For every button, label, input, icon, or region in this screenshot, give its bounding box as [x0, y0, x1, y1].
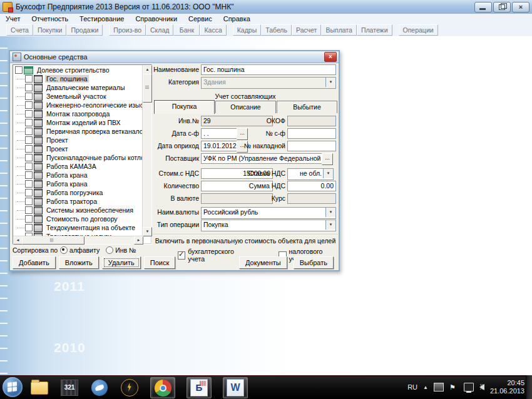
chrome-icon[interactable] [150, 377, 175, 398]
receipt-date-input[interactable]: 19.01.2012 [201, 141, 238, 151]
scroll-left-icon[interactable]: ◄ [13, 236, 23, 245]
checkbox[interactable] [25, 163, 33, 170]
tree-item[interactable]: Первичная проверка ветканалов [14, 127, 143, 136]
checkbox[interactable] [25, 206, 33, 214]
tab[interactable]: Покупка [154, 100, 215, 114]
toolbar-button[interactable]: Кадры [233, 24, 261, 36]
tree-item[interactable]: Проект [14, 136, 143, 144]
chevron-down-icon[interactable]: ▼ [325, 208, 335, 217]
menu-item[interactable]: Справка [218, 15, 256, 23]
toolbar-button[interactable]: Касса [200, 24, 226, 36]
name-input[interactable]: Гос. пошлина [201, 64, 336, 75]
checkbox[interactable] [15, 66, 23, 74]
sort-radio[interactable]: Инв № [106, 246, 136, 254]
explorer-icon[interactable] [30, 378, 49, 397]
dialog-action-button[interactable]: Документы [239, 256, 287, 269]
tray-expand-icon[interactable]: ▲ [423, 385, 428, 390]
show-desktop-button[interactable] [526, 375, 532, 399]
tree-item[interactable]: Гос. пошлина [14, 74, 143, 83]
tree-item[interactable]: Земельный участок [14, 92, 143, 101]
toolbar-button[interactable]: Операции [399, 24, 438, 36]
menu-item[interactable]: Сервис [183, 15, 218, 23]
checkbox[interactable] [25, 171, 33, 179]
toolbar-button[interactable]: Произ-во [109, 24, 146, 36]
toolbar-button[interactable]: Табель [261, 24, 292, 36]
toolbar-button[interactable]: Расчет [292, 24, 321, 36]
scroll-down-icon[interactable]: ▼ [143, 227, 152, 236]
invoice-num-input[interactable] [287, 128, 336, 139]
horizontal-scrollbar[interactable]: ◄ ► [13, 236, 143, 244]
category-select[interactable]: Здания▼ [201, 77, 336, 89]
tree-item[interactable]: Монтаж газопровода [14, 109, 143, 118]
clock[interactable]: 20:45 21.06.2013 [490, 379, 524, 395]
action-center-flag-icon[interactable]: ⚑ [449, 383, 458, 391]
toolbar-button[interactable]: Банк [173, 24, 200, 36]
tree-item[interactable]: Монтаж изделий из ПВХ [14, 118, 143, 127]
tree-item[interactable]: Работа крана [14, 179, 143, 188]
toolbar-button[interactable]: Склад [146, 24, 173, 36]
tab[interactable]: Описание [215, 101, 276, 113]
tree-action-button[interactable]: Удалить [102, 256, 141, 269]
invoice-date-input[interactable]: . . [201, 128, 238, 139]
minimize-button[interactable] [474, 2, 492, 13]
tab[interactable]: Выбытие [277, 101, 337, 113]
volume-icon[interactable] [479, 384, 484, 390]
start-button[interactable] [3, 377, 23, 397]
horizontal-scroll-thumb[interactable] [22, 236, 84, 245]
toolbar-button[interactable]: Платежи [357, 24, 392, 36]
checkbox[interactable] [25, 84, 33, 91]
tree-item[interactable]: Инженерно-геологические изыск [14, 101, 143, 109]
tree-item[interactable]: Стоимость по договору [14, 215, 143, 223]
close-button[interactable]: × [512, 2, 529, 13]
scroll-up-icon[interactable]: ▲ [143, 65, 152, 74]
tree-item[interactable]: Работа погрузчика [14, 188, 143, 197]
checkbox[interactable] [25, 93, 33, 100]
checkbox[interactable] [25, 224, 33, 231]
word-icon[interactable]: W [223, 377, 248, 398]
nds-sum-input[interactable]: 0.00 [287, 181, 336, 191]
tree-item[interactable]: Системы жизнеобеспечения [14, 206, 143, 215]
toolbar-button[interactable]: Счета [6, 24, 33, 36]
nds-rate-select[interactable]: не обл.▼ [287, 168, 334, 180]
tree-action-button[interactable]: Вложить [59, 256, 99, 269]
tree-item[interactable]: Работа трактора [14, 197, 143, 206]
tree-root-item[interactable]: Долевое строительство [14, 66, 143, 74]
chevron-down-icon[interactable]: ▼ [323, 169, 333, 178]
vertical-scrollbar[interactable]: ▲ ▼ [142, 65, 151, 236]
chevron-down-icon[interactable]: ▼ [325, 78, 335, 87]
menu-item[interactable]: Учет [0, 15, 26, 23]
toolbar-button[interactable]: Выплата [321, 24, 357, 36]
tree-item[interactable]: Работа КАМАЗА [14, 162, 143, 171]
tree-item[interactable]: Давальческие материалы [14, 83, 143, 92]
daemon-tools-icon[interactable] [120, 378, 139, 397]
checkbox[interactable] [25, 189, 33, 196]
menu-item[interactable]: Отчетность [26, 15, 74, 23]
checkbox[interactable] [25, 128, 33, 135]
checkbox[interactable] [25, 215, 33, 223]
menu-item[interactable]: Тестирование [74, 15, 130, 23]
dialog-titlebar[interactable]: Основные средства × [10, 51, 339, 63]
language-indicator[interactable]: RU [407, 383, 417, 391]
tree-item[interactable]: Работа крана [14, 171, 143, 179]
checkbox[interactable] [25, 119, 33, 126]
include-checkbox[interactable]: бухгалтерского учета [178, 248, 248, 263]
toolbar-button[interactable]: Продажи [66, 24, 103, 36]
supplier-picker-button[interactable]: ... [322, 153, 333, 165]
restore-button[interactable] [493, 2, 511, 13]
checkbox[interactable] [25, 110, 33, 118]
chevron-down-icon[interactable]: ▼ [325, 220, 335, 230]
tree-item[interactable]: Проект [14, 144, 143, 153]
network-icon[interactable] [464, 383, 474, 391]
vertical-scroll-thumb[interactable] [143, 74, 152, 103]
checkbox[interactable] [25, 75, 33, 83]
menu-item[interactable]: Справочники [130, 15, 183, 23]
media-player-classic-icon[interactable]: 321 [60, 378, 79, 397]
program-tray-icon[interactable] [434, 383, 444, 391]
checkbox[interactable] [25, 145, 33, 153]
checkbox[interactable] [25, 180, 33, 188]
waybill-num-input[interactable] [287, 141, 336, 151]
sort-radio[interactable]: алфавиту [60, 246, 100, 254]
checkbox[interactable] [25, 198, 33, 205]
scroll-right-icon[interactable]: ► [134, 236, 143, 245]
tree-item[interactable]: Пусконаладочные работы котлов [14, 153, 143, 162]
